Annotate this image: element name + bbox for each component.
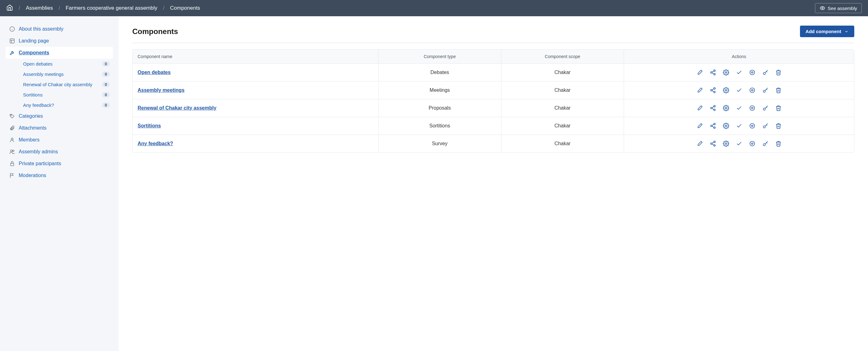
edit-button[interactable]	[696, 140, 704, 147]
target-icon	[749, 69, 755, 76]
sidebar-item-landing-page[interactable]: Landing page	[6, 35, 113, 47]
sidebar-sub-assembly-meetings[interactable]: Assembly meetings0	[20, 69, 113, 79]
sidebar-item-members[interactable]: Members	[6, 134, 113, 146]
count-badge: 0	[102, 103, 110, 108]
edit-button[interactable]	[696, 87, 704, 94]
sidebar-item-private-participants[interactable]: Private participants	[6, 158, 113, 170]
scope-button[interactable]	[748, 69, 756, 76]
share-icon	[710, 87, 716, 93]
component-scope: Chakar	[501, 135, 624, 152]
gear-icon	[723, 141, 729, 147]
sidebar-sub-sortitions[interactable]: Sortitions0	[20, 90, 113, 100]
page-title: Components	[132, 27, 178, 36]
sidebar-item-categories[interactable]: Categories	[6, 110, 113, 122]
publish-button[interactable]	[735, 140, 743, 147]
sidebar-item-label: Assembly admins	[19, 149, 58, 154]
breadcrumb-sep: /	[163, 5, 164, 11]
target-icon	[749, 123, 755, 129]
home-link[interactable]	[6, 4, 13, 12]
sidebar-item-attachments[interactable]: Attachments	[6, 122, 113, 134]
component-name-link[interactable]: Assembly meetings	[137, 87, 184, 93]
chevron-down-icon	[844, 29, 849, 34]
breadcrumb-sep: /	[59, 5, 60, 11]
tag-icon	[9, 113, 15, 119]
sidebar-item-assembly-admins[interactable]: Assembly admins	[6, 146, 113, 158]
publish-button[interactable]	[735, 69, 743, 76]
sidebar-sub-renewal-of-chakar-city-assembly[interactable]: Renewal of Chakar city assembly0	[20, 79, 113, 90]
add-component-button[interactable]: Add component	[800, 26, 854, 37]
publish-button[interactable]	[735, 87, 743, 94]
table-header: Component name Component type Component …	[133, 50, 854, 64]
table-row: Assembly meetingsMeetingsChakar	[133, 82, 854, 99]
component-name-link[interactable]: Renewal of Chakar city assembly	[137, 105, 217, 111]
configure-button[interactable]	[722, 87, 730, 94]
component-type: Proposals	[378, 99, 501, 117]
scope-button[interactable]	[748, 104, 756, 112]
breadcrumb-assembly-name[interactable]: Farmers cooperative general assembly	[65, 5, 157, 11]
layout-icon	[9, 38, 15, 44]
configure-button[interactable]	[722, 104, 730, 112]
share-button[interactable]	[709, 140, 717, 147]
breadcrumb-components[interactable]: Components	[170, 5, 200, 11]
share-button[interactable]	[709, 87, 717, 94]
share-button[interactable]	[709, 104, 717, 112]
share-button[interactable]	[709, 122, 717, 129]
breadcrumb-assemblies[interactable]: Assemblies	[26, 5, 53, 11]
edit-button[interactable]	[696, 69, 704, 76]
sidebar-item-label: Members	[19, 137, 40, 143]
permissions-button[interactable]	[762, 104, 769, 112]
main-content: Components Add component Component name …	[119, 16, 868, 351]
component-name-link[interactable]: Open debates	[137, 70, 170, 75]
delete-button[interactable]	[775, 87, 782, 94]
scope-button[interactable]	[748, 87, 756, 94]
sidebar-item-components[interactable]: Components	[6, 47, 113, 59]
row-actions	[624, 64, 854, 81]
component-scope: Chakar	[501, 64, 624, 81]
sidebar-sub-open-debates[interactable]: Open debates0	[20, 59, 113, 69]
count-badge: 0	[102, 61, 110, 66]
publish-button[interactable]	[735, 122, 743, 129]
permissions-button[interactable]	[762, 69, 769, 76]
component-name-link[interactable]: Sortitions	[137, 123, 161, 129]
lock-icon	[9, 161, 15, 167]
share-icon	[710, 105, 716, 111]
permissions-button[interactable]	[762, 87, 769, 94]
delete-button[interactable]	[775, 140, 782, 147]
trash-icon	[775, 87, 782, 93]
share-button[interactable]	[709, 69, 717, 76]
publish-button[interactable]	[735, 104, 743, 112]
component-scope: Chakar	[501, 82, 624, 99]
sidebar-subnav: Open debates0Assembly meetings0Renewal o…	[6, 59, 113, 110]
delete-button[interactable]	[775, 122, 782, 129]
scope-button[interactable]	[748, 122, 756, 129]
see-assembly-button[interactable]: See assembly	[815, 3, 862, 13]
breadcrumb-sep: /	[19, 5, 20, 11]
info-icon	[9, 26, 15, 32]
configure-button[interactable]	[722, 140, 730, 147]
component-name-link[interactable]: Any feedback?	[137, 141, 173, 146]
trash-icon	[775, 141, 782, 147]
component-type: Meetings	[378, 82, 501, 99]
key-icon	[762, 123, 769, 129]
delete-button[interactable]	[775, 69, 782, 76]
permissions-button[interactable]	[762, 122, 769, 129]
delete-button[interactable]	[775, 104, 782, 112]
check-icon	[736, 87, 742, 93]
sidebar: About this assemblyLanding pageComponent…	[0, 16, 119, 351]
edit-button[interactable]	[696, 104, 704, 112]
configure-button[interactable]	[722, 122, 730, 129]
sidebar-item-moderations[interactable]: Moderations	[6, 170, 113, 181]
table-row: Open debatesDebatesChakar	[133, 64, 854, 82]
edit-button[interactable]	[696, 122, 704, 129]
trash-icon	[775, 69, 782, 76]
table-row: Renewal of Chakar city assemblyProposals…	[133, 99, 854, 117]
sidebar-item-about-this-assembly[interactable]: About this assembly	[6, 23, 113, 35]
tools-icon	[9, 50, 15, 56]
permissions-button[interactable]	[762, 140, 769, 147]
col-name: Component name	[133, 50, 378, 63]
configure-button[interactable]	[722, 69, 730, 76]
col-type: Component type	[378, 50, 501, 63]
scope-button[interactable]	[748, 140, 756, 147]
col-scope: Component scope	[501, 50, 624, 63]
sidebar-sub-any-feedback-[interactable]: Any feedback?0	[20, 100, 113, 110]
